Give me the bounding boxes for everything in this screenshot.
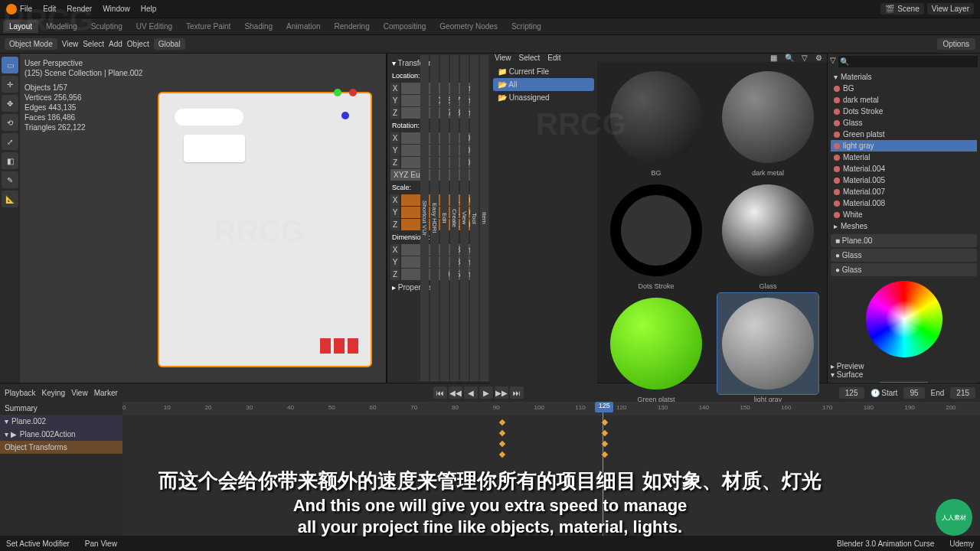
ntab-edit[interactable]: Edit: [440, 55, 449, 381]
tab-compositing[interactable]: Compositing: [377, 20, 433, 33]
outliner-search-input[interactable]: [838, 56, 978, 67]
catalog-unassigned[interactable]: 📂 Unassigned: [493, 91, 594, 104]
search-icon[interactable]: 🔍: [785, 54, 794, 62]
outliner-item[interactable]: Material.008: [831, 197, 977, 209]
options-dropdown[interactable]: Options: [937, 38, 975, 50]
tab-uvediting[interactable]: UV Editing: [130, 20, 178, 33]
grid-icon[interactable]: ▦: [770, 54, 777, 62]
jump-end-icon[interactable]: ⏭: [510, 386, 524, 399]
outliner-item[interactable]: Material.005: [831, 174, 977, 186]
outliner-meshes-root[interactable]: ▸ Meshes: [831, 220, 977, 230]
filter-icon[interactable]: ▽: [802, 54, 808, 62]
ntab-shortcutvur[interactable]: Shortcut VUr: [420, 55, 429, 381]
prop-surface[interactable]: ▾ Surface: [831, 370, 977, 379]
tab-layout[interactable]: Layout: [3, 20, 38, 33]
gear-icon[interactable]: ⚙: [815, 54, 822, 62]
menu-window[interactable]: Window: [103, 5, 130, 13]
keyframe[interactable]: [499, 419, 505, 425]
tab-hex[interactable]: Hex: [929, 382, 977, 383]
mat-dotsstroke[interactable]: Dots Stroke: [602, 180, 710, 290]
next-key-icon[interactable]: ▶▶: [495, 386, 508, 399]
track-action[interactable]: ▾ ▶ Plane.002Action: [0, 428, 122, 441]
outliner-item[interactable]: Material: [831, 152, 977, 163]
tool-move[interactable]: ✥: [2, 95, 18, 112]
tab-rendering[interactable]: Rendering: [328, 20, 376, 33]
start-frame[interactable]: 95: [903, 387, 924, 399]
color-wheel[interactable]: [866, 281, 942, 357]
menu-help[interactable]: Help: [141, 5, 157, 13]
hdr-select[interactable]: Select: [83, 40, 104, 48]
tool-measure[interactable]: 📐: [2, 191, 18, 207]
ntab-easyhdri[interactable]: Easy HDRI: [430, 55, 439, 381]
tl-marker[interactable]: Marker: [94, 389, 118, 397]
timeline-graph[interactable]: 0102030405060708090100110120130140150160…: [122, 402, 980, 536]
tool-rotate[interactable]: ⟲: [2, 114, 18, 131]
tab-geonodes[interactable]: Geometry Nodes: [433, 20, 504, 33]
hdr-view[interactable]: View: [62, 40, 79, 48]
outliner-item[interactable]: BG: [831, 83, 977, 94]
ab-edit[interactable]: Edit: [547, 54, 560, 62]
jump-start-icon[interactable]: ⏮: [433, 386, 447, 399]
tab-sculpting[interactable]: Sculpting: [85, 20, 129, 33]
mat-bg[interactable]: BG: [602, 67, 710, 177]
timeline-ruler[interactable]: 0102030405060708090100110120130140150160…: [122, 402, 980, 416]
prop-preview[interactable]: ▸ Preview: [831, 362, 977, 370]
tab-hsv[interactable]: HSV: [880, 382, 928, 383]
tab-texturepaint[interactable]: Texture Paint: [180, 20, 237, 33]
prop-object-name[interactable]: ■ Plane.00: [831, 234, 977, 247]
keyframe[interactable]: [499, 430, 505, 436]
tl-keying[interactable]: Keying: [42, 389, 66, 397]
outliner-item[interactable]: Material.007: [831, 186, 977, 197]
mat-glass[interactable]: Glass: [714, 180, 822, 290]
catalog-all[interactable]: 📂 All: [493, 78, 594, 91]
ntab-view[interactable]: View: [460, 55, 469, 381]
tab-animation[interactable]: Animation: [280, 20, 326, 33]
menu-edit[interactable]: Edit: [43, 5, 56, 13]
play-icon[interactable]: ▶: [479, 386, 493, 399]
tab-modeling[interactable]: Modeling: [40, 20, 83, 33]
menu-file[interactable]: File: [20, 5, 32, 13]
tool-annotate[interactable]: ✎: [2, 171, 18, 188]
menu-render[interactable]: Render: [67, 5, 92, 13]
prop-material-slot[interactable]: ● Glass: [831, 249, 977, 262]
outliner-item[interactable]: Glass: [831, 117, 977, 129]
outliner-item[interactable]: Green platst: [831, 129, 977, 140]
tab-rgb[interactable]: RGB: [831, 382, 879, 383]
end-frame[interactable]: 215: [950, 387, 975, 399]
tool-cursor[interactable]: ✛: [2, 76, 18, 93]
play-reverse-icon[interactable]: ◀: [464, 386, 478, 399]
outliner-item-selected[interactable]: light gray: [831, 140, 977, 152]
current-frame[interactable]: 125: [839, 387, 864, 399]
prop-surface-node[interactable]: ● Glass: [831, 263, 977, 276]
mat-greenplastst[interactable]: Green platst: [602, 293, 710, 403]
mode-selector[interactable]: Object Mode: [5, 38, 57, 50]
tool-transform[interactable]: ◧: [2, 152, 18, 169]
track-xform[interactable]: Object Transforms: [0, 441, 122, 454]
track-summary[interactable]: Summary: [0, 402, 122, 415]
orientation-selector[interactable]: Global: [154, 38, 185, 50]
ntab-tool[interactable]: Tool: [470, 55, 479, 381]
keyframe[interactable]: [499, 452, 505, 458]
keyframe[interactable]: [499, 441, 505, 447]
ntab-item[interactable]: Item: [480, 55, 488, 381]
tab-scripting[interactable]: Scripting: [505, 20, 547, 33]
ab-view[interactable]: View: [495, 54, 511, 62]
ntab-create[interactable]: Create: [450, 55, 459, 381]
hdr-object[interactable]: Object: [127, 40, 149, 48]
tl-playback[interactable]: Playback: [5, 389, 36, 397]
mat-lightgray[interactable]: light gray: [714, 293, 822, 403]
outliner-item[interactable]: dark metal: [831, 94, 977, 106]
prev-key-icon[interactable]: ◀◀: [449, 386, 462, 399]
mat-darkmetal[interactable]: dark metal: [714, 67, 822, 177]
ab-select[interactable]: Select: [519, 54, 541, 62]
track-obj[interactable]: ▾ Plane.002: [0, 415, 122, 428]
hdr-add[interactable]: Add: [109, 40, 122, 48]
outliner-item[interactable]: Material.004: [831, 163, 977, 174]
source-currentfile[interactable]: 📁 Current File: [493, 65, 594, 78]
scene-selector[interactable]: 🎬Scene: [880, 3, 923, 15]
tool-select-box[interactable]: ▭: [2, 57, 18, 73]
outliner-item[interactable]: Dots Stroke: [831, 106, 977, 117]
outliner-materials-root[interactable]: ▾ Materials: [831, 71, 977, 83]
outliner-filter-icon[interactable]: ▽: [830, 56, 836, 67]
outliner-item[interactable]: White: [831, 209, 977, 220]
